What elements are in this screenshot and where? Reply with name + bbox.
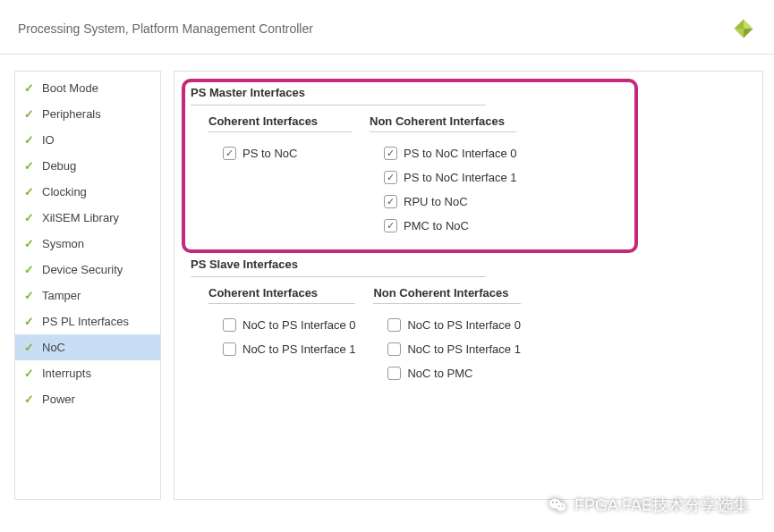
sidebar-item-device-security[interactable]: ✓Device Security (15, 257, 160, 283)
checkbox-option[interactable]: RPU to NoC (370, 190, 516, 214)
sidebar-item-clocking[interactable]: ✓Clocking (15, 179, 160, 205)
sidebar-item-sysmon[interactable]: ✓Sysmon (15, 231, 160, 257)
checkbox[interactable] (384, 147, 397, 160)
master-noncoherent-column: Non Coherent Interfaces PS to NoC Interf… (370, 114, 516, 238)
checkbox-option[interactable]: NoC to PS Interface 1 (208, 337, 355, 361)
checkbox-label: RPU to NoC (404, 195, 468, 208)
sidebar-item-label: Debug (42, 159, 76, 173)
check-icon: ✓ (24, 108, 37, 120)
sidebar-item-label: Interrupts (42, 367, 91, 380)
check-icon: ✓ (24, 393, 37, 405)
checkbox-option[interactable]: NoC to PS Interface 1 (373, 337, 520, 361)
checkbox-label: PMC to NoC (404, 219, 469, 232)
check-icon: ✓ (24, 186, 37, 198)
watermark: FPGA FAE技术分享选集 (548, 494, 749, 516)
sidebar-item-noc[interactable]: ✓NoC (15, 334, 160, 360)
checkbox[interactable] (387, 367, 401, 380)
checkbox[interactable] (387, 318, 401, 332)
column-title: Non Coherent Interfaces (370, 114, 516, 132)
column-title: Coherent Interfaces (208, 286, 355, 304)
column-title: Non Coherent Interfaces (373, 286, 520, 304)
checkbox[interactable] (384, 219, 397, 232)
checkbox-option[interactable]: PMC to NoC (370, 214, 516, 238)
checkbox-label: NoC to PMC (407, 367, 472, 380)
checkbox[interactable] (223, 342, 236, 356)
check-icon: ✓ (24, 212, 37, 224)
sidebar-item-xilsem-library[interactable]: ✓XilSEM Library (15, 205, 160, 231)
svg-point-1 (556, 502, 566, 511)
check-icon: ✓ (24, 342, 37, 353)
svg-point-2 (552, 502, 554, 503)
sidebar-item-label: Sysmon (42, 237, 84, 250)
checkbox-label: NoC to PS Interface 0 (407, 318, 520, 332)
sidebar-item-label: Power (42, 393, 75, 406)
sidebar-item-label: Boot Mode (42, 81, 98, 95)
checkbox-option[interactable]: NoC to PS Interface 0 (373, 313, 520, 337)
sidebar-item-label: Device Security (42, 263, 123, 276)
checkbox-label: PS to NoC Interface 1 (404, 171, 516, 184)
sidebar-item-power[interactable]: ✓Power (15, 386, 160, 412)
sidebar-item-label: Peripherals (42, 107, 101, 121)
checkbox-option[interactable]: PS to NoC Interface 1 (370, 165, 516, 190)
check-icon: ✓ (24, 264, 37, 275)
column-title: Coherent Interfaces (208, 114, 352, 132)
checkbox-label: NoC to PS Interface 0 (242, 318, 355, 332)
check-icon: ✓ (24, 316, 37, 327)
slave-coherent-column: Coherent Interfaces NoC to PS Interface … (208, 286, 355, 385)
sidebar-item-io[interactable]: ✓IO (15, 127, 160, 153)
checkbox[interactable] (387, 342, 401, 356)
checkbox[interactable] (223, 318, 236, 332)
header: Processing System, Platform Management C… (0, 0, 774, 55)
svg-point-5 (562, 505, 563, 506)
checkbox-label: NoC to PS Interface 1 (407, 342, 520, 356)
check-icon: ✓ (24, 367, 37, 379)
slave-section-title: PS Slave Interfaces (191, 254, 486, 277)
checkbox-option[interactable]: NoC to PMC (373, 361, 520, 385)
wechat-icon (548, 495, 567, 515)
checkbox[interactable] (223, 147, 236, 160)
master-coherent-column: Coherent Interfaces PS to NoC (208, 114, 352, 238)
sidebar-item-interrupts[interactable]: ✓Interrupts (15, 360, 160, 386)
master-section-title: PS Master Interfaces (191, 82, 486, 106)
sidebar-item-label: Clocking (42, 185, 87, 198)
checkbox-label: PS to NoC (242, 147, 297, 160)
main-panel: PS Master Interfaces Coherent Interfaces… (174, 71, 763, 500)
sidebar-item-label: NoC (42, 341, 65, 354)
check-icon: ✓ (24, 238, 37, 249)
page-title: Processing System, Platform Management C… (18, 21, 313, 36)
sidebar-item-peripherals[interactable]: ✓Peripherals (15, 101, 160, 127)
checkbox[interactable] (384, 171, 397, 184)
sidebar-item-boot-mode[interactable]: ✓Boot Mode (15, 75, 160, 101)
slave-noncoherent-column: Non Coherent Interfaces NoC to PS Interf… (373, 286, 520, 385)
sidebar-item-tamper[interactable]: ✓Tamper (15, 283, 160, 308)
checkbox-option[interactable]: PS to NoC Interface 0 (370, 141, 516, 165)
checkbox-option[interactable]: NoC to PS Interface 0 (208, 313, 355, 337)
watermark-text: FPGA FAE技术分享选集 (574, 494, 749, 516)
svg-point-4 (558, 505, 559, 506)
sidebar-item-ps-pl-interfaces[interactable]: ✓PS PL Interfaces (15, 308, 160, 334)
checkbox[interactable] (384, 195, 397, 208)
check-icon: ✓ (24, 160, 37, 172)
xilinx-logo-icon (731, 16, 756, 41)
check-icon: ✓ (24, 290, 37, 301)
svg-point-3 (556, 502, 557, 503)
sidebar-item-debug[interactable]: ✓Debug (15, 153, 160, 179)
check-icon: ✓ (24, 134, 37, 146)
check-icon: ✓ (24, 82, 37, 94)
checkbox-label: PS to NoC Interface 0 (404, 147, 516, 160)
sidebar-item-label: XilSEM Library (42, 211, 119, 224)
checkbox-option[interactable]: PS to NoC (208, 141, 352, 165)
sidebar-item-label: PS PL Interfaces (42, 315, 129, 328)
sidebar-item-label: Tamper (42, 289, 81, 302)
sidebar: ✓Boot Mode✓Peripherals✓IO✓Debug✓Clocking… (14, 71, 161, 500)
checkbox-label: NoC to PS Interface 1 (242, 342, 355, 356)
sidebar-item-label: IO (42, 133, 55, 147)
